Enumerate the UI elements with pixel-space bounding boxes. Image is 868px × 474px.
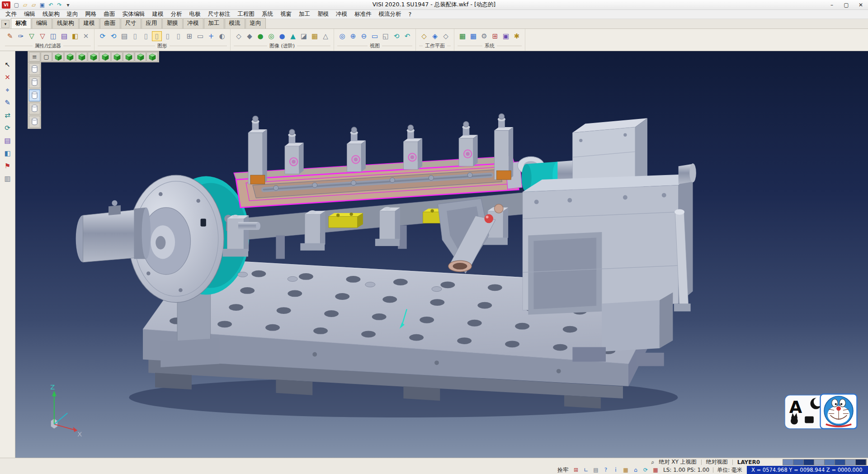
grid-toggle-icon[interactable]: ▦ xyxy=(651,466,660,474)
home-view-icon[interactable]: ⌂ xyxy=(632,466,640,474)
color-swatch-0[interactable] xyxy=(783,460,793,465)
undo-icon[interactable]: ↶ xyxy=(47,1,55,9)
tab-7[interactable]: 塑膜 xyxy=(162,18,183,28)
menu-item-18[interactable]: 模流分析 xyxy=(375,10,405,18)
refresh-view-icon[interactable]: ⟳ xyxy=(642,466,650,474)
flag-tool-icon[interactable]: ⚑ xyxy=(2,161,13,171)
view-iso-ne-icon[interactable] xyxy=(123,52,134,62)
pan-view-icon[interactable]: ◱ xyxy=(381,31,391,41)
close-button[interactable]: ✕ xyxy=(854,0,868,9)
render-transparent-icon[interactable]: ● xyxy=(277,31,287,41)
scene-tree-icon[interactable]: ≡ xyxy=(29,52,40,62)
viewport-3d-scene[interactable]: Z X A xyxy=(15,51,868,458)
import-file-icon[interactable]: ▱ xyxy=(29,1,38,9)
palette-icon[interactable]: ▦ xyxy=(622,466,630,474)
view-style-ghost-button[interactable] xyxy=(29,103,40,114)
workplane-toggle-icon[interactable]: ◇ xyxy=(441,31,451,41)
menu-item-3[interactable]: 逆向 xyxy=(63,10,82,18)
menu-item-11[interactable]: 工程图 xyxy=(234,10,259,18)
lights-display-icon[interactable]: ◐ xyxy=(217,31,227,41)
menu-item-17[interactable]: 标准件 xyxy=(351,10,375,18)
menu-item-8[interactable]: 分析 xyxy=(167,10,186,18)
menu-item-12[interactable]: 系统 xyxy=(258,10,277,18)
attribute-brush-icon[interactable]: ✑ xyxy=(16,31,26,41)
tab-dropdown-button[interactable]: ▾ xyxy=(1,20,9,28)
perspective-icon[interactable]: △ xyxy=(321,31,330,41)
render-hidden-icon[interactable]: ◆ xyxy=(245,31,255,41)
color-swatch-2[interactable] xyxy=(804,460,814,465)
view-front-icon[interactable] xyxy=(64,52,75,62)
workplane-align-icon[interactable]: ◈ xyxy=(430,31,440,41)
status-search-icon[interactable]: ⌕ xyxy=(651,459,654,466)
display-cylinder-3-icon[interactable]: ▯ xyxy=(152,31,162,41)
tab-3[interactable]: 建模 xyxy=(79,18,99,28)
open-file-icon[interactable]: ▱ xyxy=(21,1,29,9)
filter-clear-icon[interactable]: ✕ xyxy=(81,31,91,41)
info-icon[interactable]: i xyxy=(612,466,620,474)
menu-item-4[interactable]: 网格 xyxy=(82,10,100,18)
system-grid-icon[interactable]: ▦ xyxy=(458,31,467,41)
menu-item-14[interactable]: 加工 xyxy=(295,10,314,18)
tab-4[interactable]: 曲面 xyxy=(100,18,120,28)
new-file-icon[interactable]: ▢ xyxy=(12,1,21,9)
zoom-window-icon[interactable]: ▭ xyxy=(370,31,380,41)
view-bottom-icon[interactable] xyxy=(111,52,123,62)
color-swatch-4[interactable] xyxy=(825,460,835,465)
tab-2[interactable]: 线架构 xyxy=(52,18,79,28)
filter-layer-icon[interactable]: ▤ xyxy=(59,31,69,41)
display-cylinder-4-icon[interactable]: ▯ xyxy=(163,31,173,41)
bounds-display-icon[interactable]: ▭ xyxy=(195,31,205,41)
system-options-icon[interactable]: ✱ xyxy=(512,31,522,41)
view-iso-nw-icon[interactable] xyxy=(135,52,146,62)
layer-manager-icon[interactable]: ▤ xyxy=(119,31,129,41)
menu-item-1[interactable]: 编辑 xyxy=(20,10,39,18)
view-style-edges-button[interactable] xyxy=(29,116,40,128)
dynamic-section-icon[interactable]: ◪ xyxy=(299,31,309,41)
view-top-icon[interactable] xyxy=(52,52,64,62)
view-mode-label[interactable]: 绝对 XY 上视图 xyxy=(659,458,697,466)
ortho-icon[interactable]: ∟ xyxy=(582,466,590,474)
rotate-tool-icon[interactable]: ⟳ xyxy=(2,123,13,133)
system-calc-icon[interactable]: ⊞ xyxy=(490,31,500,41)
axes-display-icon[interactable]: + xyxy=(206,31,216,41)
system-macro-icon[interactable]: ▣ xyxy=(501,31,511,41)
view-left-icon[interactable] xyxy=(88,52,99,62)
viewport-3d[interactable]: Z X A xyxy=(15,51,868,458)
analysis-cone-icon[interactable]: ▲ xyxy=(288,31,298,41)
menu-item-16[interactable]: 冲模 xyxy=(332,10,351,18)
tab-0[interactable]: 标准 xyxy=(11,18,31,28)
help-icon[interactable]: ? xyxy=(602,466,610,474)
delete-tool-icon[interactable]: ✕ xyxy=(2,72,13,82)
tab-8[interactable]: 冲模 xyxy=(183,18,203,28)
color-swatch-1[interactable] xyxy=(793,460,804,465)
menu-item-9[interactable]: 电极 xyxy=(186,10,204,18)
display-cylinder-2-icon[interactable]: ▯ xyxy=(141,31,151,41)
menu-item-10[interactable]: 尺寸标注 xyxy=(204,10,234,18)
maximize-button[interactable]: ▢ xyxy=(839,0,854,9)
tab-5[interactable]: 尺寸 xyxy=(121,18,141,28)
render-shaded-edges-icon[interactable]: ◎ xyxy=(266,31,276,41)
zoom-out-icon[interactable]: ⊖ xyxy=(359,31,369,41)
filter-solids-icon[interactable]: ◫ xyxy=(48,31,58,41)
filter-color-icon[interactable]: ◧ xyxy=(70,31,80,41)
measure-tool-icon[interactable]: ⌖ xyxy=(2,85,13,95)
snap-grid-icon[interactable]: ⊞ xyxy=(572,466,580,474)
select-tool-icon[interactable]: ↖ xyxy=(2,59,13,70)
notes-tool-icon[interactable]: ▥ xyxy=(2,173,13,184)
tab-6[interactable]: 应用 xyxy=(142,18,162,28)
redraw-icon[interactable]: ⟳ xyxy=(98,31,108,41)
blank-view-icon[interactable]: ▢ xyxy=(41,52,52,62)
quick-access-dropdown-icon[interactable]: ▾ xyxy=(64,1,72,9)
lock-label[interactable]: 拴牢 xyxy=(557,466,568,474)
previous-view-icon[interactable]: ↶ xyxy=(402,31,412,41)
view-right-icon[interactable] xyxy=(76,52,87,62)
display-cylinder-5-icon[interactable]: ▯ xyxy=(174,31,184,41)
filter-faces-icon[interactable]: ▽ xyxy=(38,31,47,41)
active-layer-label[interactable]: LAYER0 xyxy=(737,459,760,465)
view-iso-se-icon[interactable] xyxy=(146,52,158,62)
minimize-button[interactable]: – xyxy=(825,0,839,9)
absolute-view-label[interactable]: 绝对视图 xyxy=(706,458,728,466)
edit-tool-icon[interactable]: ✎ xyxy=(2,97,13,108)
menu-item-7[interactable]: 建模 xyxy=(149,10,167,18)
material-tool-icon[interactable]: ◧ xyxy=(2,148,13,158)
